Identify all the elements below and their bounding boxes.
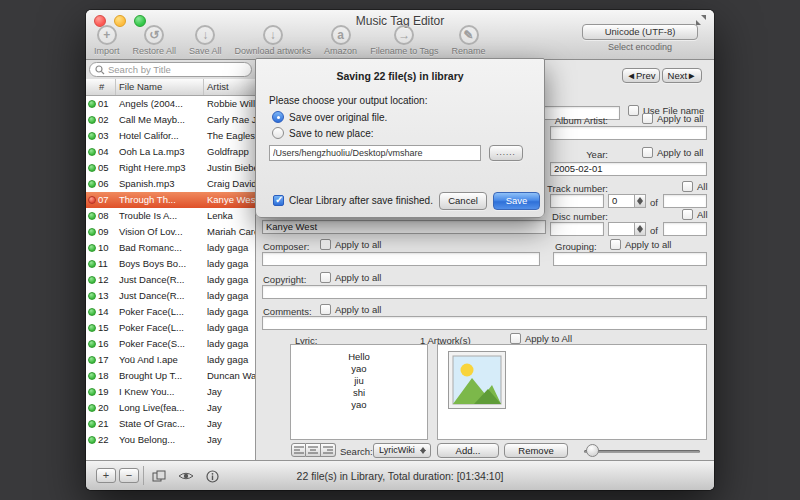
table-row[interactable]: 03 Hotel Califor... The Eagles	[86, 128, 255, 144]
toolbar-button[interactable]: ↓ Download artworks	[233, 25, 314, 56]
grouping-field[interactable]	[553, 252, 707, 266]
save-over-original-radio[interactable]: Save over original file.	[272, 111, 387, 123]
radio-icon[interactable]	[272, 127, 284, 139]
composer-field[interactable]	[262, 252, 540, 266]
cancel-button[interactable]: Cancel	[439, 192, 487, 210]
checkbox-icon[interactable]	[610, 239, 621, 250]
align-left-button[interactable]	[291, 443, 306, 457]
artwork-apply-checkbox[interactable]: Apply to All	[510, 333, 572, 344]
search-field[interactable]	[89, 62, 252, 77]
checkbox-icon[interactable]	[320, 239, 331, 250]
column-header-index[interactable]: #	[86, 79, 116, 95]
browse-button[interactable]: ......	[489, 145, 523, 161]
toolbar-button[interactable]: a Amazon	[322, 25, 359, 56]
add-artwork-button[interactable]: Add...	[437, 443, 499, 458]
track-all-checkbox[interactable]: All	[682, 181, 708, 192]
row-number: 22	[98, 432, 109, 448]
artist-field[interactable]: Kanye West	[262, 220, 546, 234]
table-row[interactable]: 09 Vision Of Lov... Mariah Carey	[86, 224, 255, 240]
align-right-button[interactable]	[321, 443, 336, 457]
toolbar-button[interactable]: → Filename to Tags	[368, 25, 440, 56]
copyright-apply-checkbox[interactable]: Apply to all	[320, 272, 381, 283]
checkbox-icon[interactable]	[682, 209, 693, 220]
search-input[interactable]	[108, 64, 246, 75]
slider-knob[interactable]	[586, 444, 599, 457]
album-artist-apply-checkbox[interactable]: Apply to all	[642, 113, 703, 124]
lyric-search-engine-select[interactable]: LyricWiki	[373, 443, 431, 458]
checkbox-label: Apply to all	[335, 272, 381, 283]
status-dot-icon	[88, 420, 96, 428]
checkbox-checked-icon[interactable]	[273, 195, 284, 206]
column-header-artist[interactable]: Artist	[204, 79, 255, 95]
column-header-file-name[interactable]: File Name	[116, 79, 204, 95]
disc-all-checkbox[interactable]: All	[682, 209, 708, 220]
row-status-cell: 16	[86, 336, 116, 352]
checkbox-icon[interactable]	[642, 147, 653, 158]
composer-apply-checkbox[interactable]: Apply to all	[320, 239, 381, 250]
copyright-field[interactable]	[262, 285, 707, 299]
table-row[interactable]: 16 Poker Face(S... lady gaga	[86, 336, 255, 352]
track-total-field[interactable]	[663, 194, 707, 208]
table-row[interactable]: 21 State Of Grac... Jay	[86, 416, 255, 432]
checkbox-icon[interactable]	[642, 113, 653, 124]
checkbox-icon[interactable]	[510, 333, 521, 344]
save-button[interactable]: Save	[493, 192, 540, 210]
toolbar-button[interactable]: ✎ Rename	[450, 25, 488, 56]
table-row[interactable]: 12 Just Dance(R... lady gaga	[86, 272, 255, 288]
grouping-apply-checkbox[interactable]: Apply to all	[610, 239, 671, 250]
comments-apply-checkbox[interactable]: Apply to all	[320, 304, 381, 315]
music-tag-editor-window: Music Tag Editor + Import ↺ Restore All …	[86, 10, 714, 490]
stepper-arrows-icon[interactable]	[634, 223, 645, 235]
save-to-new-place-radio[interactable]: Save to new place:	[272, 127, 374, 139]
prev-button[interactable]: ◄Prev	[622, 68, 660, 83]
clear-library-checkbox[interactable]: Clear Library after save finished.	[273, 195, 433, 206]
toolbar-button[interactable]: ↓ Save All	[187, 25, 224, 56]
table-row[interactable]: 06 Spanish.mp3 Craig David	[86, 176, 255, 192]
track-number-field[interactable]	[550, 194, 604, 208]
checkbox-icon[interactable]	[320, 304, 331, 315]
table-row[interactable]: 08 Trouble Is A... Lenka	[86, 208, 255, 224]
table-row[interactable]: 14 Poker Face(L... lady gaga	[86, 304, 255, 320]
table-row[interactable]: 20 Long Live(fea... Jay	[86, 400, 255, 416]
table-row[interactable]: 19 I Knew You... Jay	[86, 384, 255, 400]
next-button[interactable]: Next►	[662, 68, 702, 83]
disc-total-field[interactable]	[663, 222, 707, 236]
artwork-thumbnail[interactable]	[448, 351, 506, 409]
table-row[interactable]: 17 Yoü And I.ape lady gaga	[86, 352, 255, 368]
table-row[interactable]: 10 Bad Romanc... lady gaga	[86, 240, 255, 256]
checkbox-icon[interactable]	[628, 105, 639, 116]
remove-artwork-button[interactable]: Remove	[504, 443, 568, 458]
stepper-arrows-icon[interactable]	[634, 195, 645, 207]
album-artist-field[interactable]	[550, 126, 707, 140]
output-path-input[interactable]	[269, 145, 481, 161]
toolbar-button-label: Save All	[189, 46, 222, 56]
year-field[interactable]: 2005-02-01	[550, 162, 707, 176]
toolbar-button-label: Filename to Tags	[370, 46, 438, 56]
table-row[interactable]: 07 Through Th... Kanye West	[86, 192, 255, 208]
year-apply-checkbox[interactable]: Apply to all	[642, 147, 703, 158]
radio-selected-icon[interactable]	[272, 111, 284, 123]
disc-stepper[interactable]	[608, 222, 646, 236]
table-row[interactable]: 02 Call Me Mayb... Carly Rae Jepsen	[86, 112, 255, 128]
table-row[interactable]: 11 Boys Boys Bo... lady gaga	[86, 256, 255, 272]
align-center-button[interactable]	[306, 443, 321, 457]
track-stepper[interactable]: 0	[608, 194, 646, 208]
table-row[interactable]: 04 Ooh La La.mp3 Goldfrapp	[86, 144, 255, 160]
checkbox-icon[interactable]	[682, 181, 693, 192]
artwork-size-slider[interactable]	[584, 444, 700, 458]
table-row[interactable]: 01 Angels (2004... Robbie Williams	[86, 96, 255, 112]
table-row[interactable]: 05 Right Here.mp3 Justin Bieber	[86, 160, 255, 176]
toolbar-button[interactable]: ↺ Restore All	[131, 25, 179, 56]
table-row[interactable]: 13 Just Dance(R... lady gaga	[86, 288, 255, 304]
table-row[interactable]: 22 You Belong... Jay	[86, 432, 255, 448]
toolbar-button[interactable]: + Import	[92, 25, 122, 56]
table-row[interactable]: 15 Poker Face(L... lady gaga	[86, 320, 255, 336]
lyric-textarea[interactable]: Hello yao jiu shi yao	[290, 344, 428, 440]
checkbox-icon[interactable]	[320, 272, 331, 283]
table-row[interactable]: 18 Brought Up T... Duncan Watt	[86, 368, 255, 384]
disc-number-field[interactable]	[550, 222, 604, 236]
encoding-select[interactable]: Unicode (UTF-8)	[582, 24, 698, 40]
row-artist: Mariah Carey	[204, 224, 255, 240]
comments-field[interactable]	[262, 316, 707, 330]
row-number: 08	[98, 208, 109, 224]
